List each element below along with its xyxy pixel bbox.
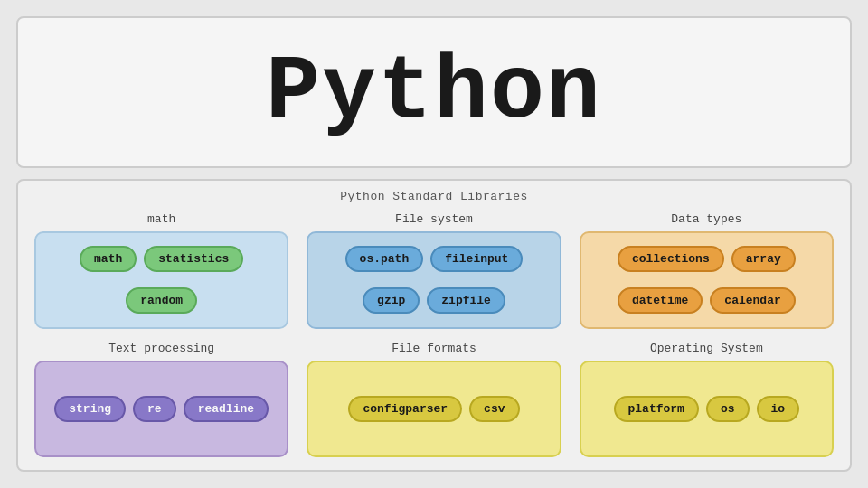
chip-readline: readline	[184, 396, 269, 422]
categories-grid: mathmathstatisticsrandomFile systemos.pa…	[34, 212, 834, 457]
chip-os-path: os.path	[345, 246, 424, 272]
app-wrapper: Python Python Standard Libraries mathmat…	[0, 0, 868, 488]
chip-io: io	[757, 396, 800, 422]
category-label-fileformats: File formats	[392, 342, 476, 355]
category-inner-datatypes: collectionsarraydatetimecalendar	[580, 231, 834, 329]
chip-os: os	[706, 396, 750, 422]
chip-configparser: configparser	[348, 396, 462, 422]
category-box-filesystem: File systemos.pathfileinputgzipzipfile	[307, 212, 561, 329]
category-inner-filesystem: os.pathfileinputgzipzipfile	[307, 231, 561, 329]
chip-fileinput: fileinput	[430, 246, 523, 272]
chip-array: array	[731, 246, 796, 272]
category-label-filesystem: File system	[395, 212, 473, 226]
category-inner-fileformats: configparsercsv	[307, 361, 561, 458]
category-inner-math: mathstatisticsrandom	[34, 231, 288, 329]
chip-random: random	[126, 287, 197, 314]
chip-collections: collections	[618, 246, 724, 272]
chip-platform: platform	[614, 396, 699, 422]
chip-csv: csv	[469, 396, 519, 422]
title-panel: Python	[16, 16, 852, 168]
chip-datetime: datetime	[618, 287, 703, 314]
category-inner-opsys: platformosio	[580, 361, 834, 458]
category-inner-textproc: stringrereadline	[34, 361, 288, 458]
category-box-fileformats: File formatsconfigparsercsv	[307, 342, 561, 458]
category-label-textproc: Text processing	[108, 342, 214, 355]
chip-string: string	[54, 396, 126, 422]
chip-statistics: statistics	[144, 246, 243, 272]
category-box-opsys: Operating Systemplatformosio	[580, 342, 834, 458]
category-label-datatypes: Data types	[671, 212, 741, 226]
chip-math: math	[80, 246, 137, 272]
category-box-datatypes: Data typescollectionsarraydatetimecalend…	[580, 212, 834, 329]
main-title: Python	[266, 42, 602, 144]
libraries-panel: Python Standard Libraries mathmathstatis…	[16, 179, 852, 472]
chip-re: re	[133, 396, 176, 422]
category-label-opsys: Operating System	[650, 342, 763, 355]
chip-zipfile: zipfile	[427, 287, 505, 314]
category-label-math: math	[147, 212, 175, 226]
category-box-math: mathmathstatisticsrandom	[34, 212, 288, 329]
panel-title: Python Standard Libraries	[34, 190, 834, 203]
category-box-textproc: Text processingstringrereadline	[34, 342, 288, 458]
chip-gzip: gzip	[363, 287, 420, 314]
chip-calendar: calendar	[710, 287, 795, 314]
